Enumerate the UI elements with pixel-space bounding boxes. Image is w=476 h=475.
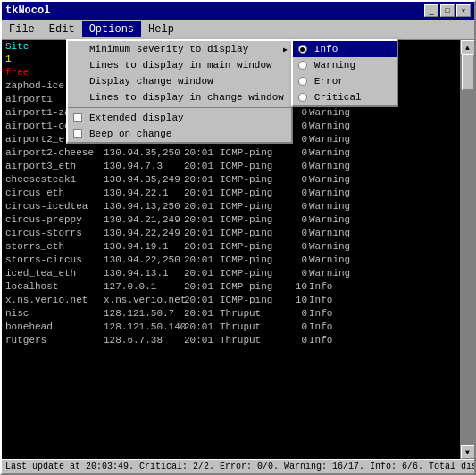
cell-addr: 130.94.22.1 [104,187,184,200]
cell-addr: 130.94.22,250 [104,254,184,267]
cell-time: 20:01 [184,294,220,307]
cell-time: 20:01 [184,173,220,187]
cell-condition: Warning [309,106,372,120]
cell-time: 20:01 [184,200,220,213]
table-row[interactable]: circus-icedtea 130.94.13,250 20:01 ICMP-… [2,200,460,213]
table-row[interactable]: airport3_eth 130.94.7.3 20:01 ICMP-ping … [2,160,460,173]
cell-addr: 130.94.22,249 [104,227,184,240]
cell-num: 10 [287,280,309,294]
cell-type: ICMP-ping [220,240,287,254]
cell-num: 0 [287,267,309,280]
cell-site: rutgers [5,334,104,347]
scrollbar-up[interactable]: ▲ [461,40,475,54]
menu-bar: File Edit Options Help Minimum severity … [2,20,474,40]
cell-site: bonehead [5,321,104,334]
cell-num: 0 [287,200,309,213]
table-row[interactable]: storrs-circus 130.94.22,250 20:01 ICMP-p… [2,254,460,267]
cell-num: 0 [287,173,309,187]
cell-condition: Warning [309,120,372,133]
cell-time: 20:01 [184,227,220,240]
cell-condition: Info [309,334,372,347]
cell-condition: Info [309,294,372,307]
checkbox-beep [73,129,82,138]
cell-time: 20:01 [184,307,220,321]
menu-lines-change[interactable]: Lines to display in change window [68,89,291,105]
table-row[interactable]: airport2-cheese 130.94.35,250 20:01 ICMP… [2,146,460,160]
maximize-button[interactable]: □ [440,4,455,17]
window-title: tkNocol [5,4,50,17]
table-row[interactable]: cheesesteak1 130.94.35,249 20:01 ICMP-pi… [2,173,460,187]
radio-error [298,77,307,86]
cell-condition: Warning [309,213,372,227]
menu-beep-change[interactable]: Beep on change [68,126,291,142]
table-row[interactable]: nisc 128.121.50.7 20:01 Thruput 0 Info [2,307,460,321]
cell-site: circus-icedtea [5,200,104,213]
table-row[interactable]: localhost 127.0.0.1 20:01 ICMP-ping 10 I… [2,280,460,294]
menu-display-change[interactable]: Display change window [68,73,291,89]
close-button[interactable]: × [456,4,471,17]
severity-critical[interactable]: Critical [293,89,397,105]
table-row[interactable]: circus-preppy 130.94.21,249 20:01 ICMP-p… [2,213,460,227]
cell-type: ICMP-ping [220,280,287,294]
menu-edit[interactable]: Edit [42,21,82,38]
cell-type: ICMP-ping [220,160,287,173]
cell-site: circus-storrs [5,227,104,240]
scrollbar-thumb[interactable] [462,54,474,90]
cell-site: storrs_eth [5,240,104,254]
cell-time: 20:01 [184,334,220,347]
options-menu: Minimum severity to display Info Warning… [66,39,293,144]
main-window: tkNocol _ □ × File Edit Options Help Min… [0,0,476,475]
cell-condition: Warning [309,267,372,280]
cell-num: 0 [287,160,309,173]
severity-warning[interactable]: Warning [293,57,397,73]
menu-extended-display[interactable]: Extended display [68,110,291,126]
cell-num: 0 [287,213,309,227]
cell-condition: Info [309,280,372,294]
cell-type: Thruput [220,321,287,334]
table-row[interactable]: iced_tea_eth 130.94.13.1 20:01 ICMP-ping… [2,267,460,280]
table-row[interactable]: bonehead 128.121.50.140 20:01 Thruput 0 … [2,321,460,334]
menu-help[interactable]: Help [141,21,181,38]
cell-num: 0 [287,321,309,334]
table-row[interactable]: storrs_eth 130.94.19.1 20:01 ICMP-ping 0… [2,240,460,254]
cell-condition: Warning [309,160,372,173]
radio-info [298,45,307,54]
cell-type: ICMP-ping [220,213,287,227]
cell-type: ICMP-ping [220,227,287,240]
scrollbar[interactable]: ▲ ▼ [460,40,474,459]
menu-options[interactable]: Options [82,21,141,38]
radio-critical [298,93,307,102]
cell-condition: Warning [309,240,372,254]
cell-time: 20:01 [184,254,220,267]
table-row[interactable]: x.ns.verio.net x.ns.verio.net 20:01 ICMP… [2,294,460,307]
cell-time: 20:01 [184,321,220,334]
cell-condition: Info [309,321,372,334]
cell-type: Thruput [220,334,287,347]
menu-min-severity[interactable]: Minimum severity to display Info Warning… [68,41,291,57]
cell-condition: Warning [309,200,372,213]
table-row[interactable]: circus_eth 130.94.22.1 20:01 ICMP-ping 0… [2,187,460,200]
cell-site: airport3_eth [5,160,104,173]
minimize-button[interactable]: _ [424,4,438,17]
severity-error[interactable]: Error [293,73,397,89]
cell-addr: 128.6.7.38 [104,334,184,347]
table-row[interactable]: rutgers 128.6.7.38 20:01 Thruput 0 Info [2,334,460,347]
severity-info[interactable]: Info [293,41,397,57]
cell-condition: Warning [309,254,372,267]
severity-submenu: Info Warning Error Critical [291,39,398,107]
cell-site: circus_eth [5,187,104,200]
title-bar: tkNocol _ □ × [2,2,474,20]
cell-addr: 130.94.19.1 [104,240,184,254]
checkbox-extended [73,113,82,122]
cell-addr: 130.94.35,249 [104,173,184,187]
cell-site: airport2-cheese [5,146,104,160]
menu-file[interactable]: File [2,21,42,38]
scrollbar-track[interactable] [461,54,475,445]
scrollbar-down[interactable]: ▼ [461,445,475,459]
cell-num: 10 [287,294,309,307]
cell-type: ICMP-ping [220,267,287,280]
menu-lines-main[interactable]: Lines to display in main window [68,57,291,73]
cell-type: ICMP-ping [220,200,287,213]
cell-type: ICMP-ping [220,173,287,187]
table-row[interactable]: circus-storrs 130.94.22,249 20:01 ICMP-p… [2,227,460,240]
